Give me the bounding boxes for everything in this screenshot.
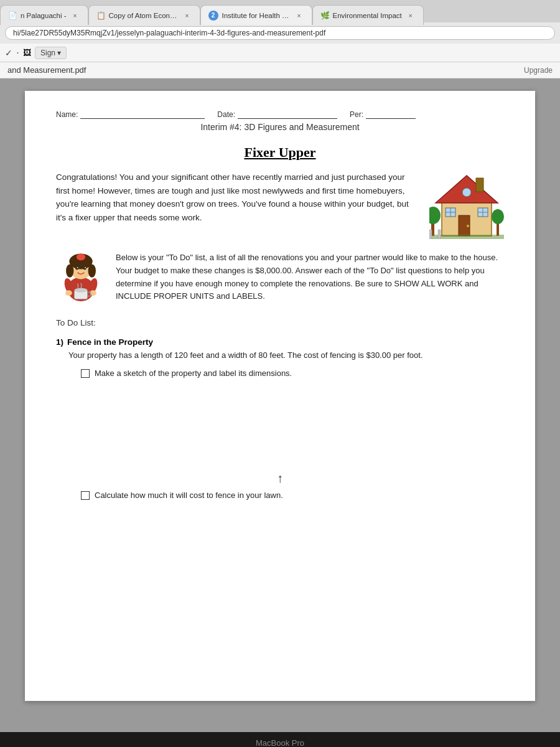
svg-point-27 bbox=[85, 267, 86, 268]
tab-institute-health[interactable]: 2 Institute for Health Pre × bbox=[200, 5, 312, 25]
per-underline bbox=[366, 110, 416, 119]
image-icon: 🖼 bbox=[23, 48, 31, 57]
svg-point-28 bbox=[77, 254, 85, 261]
instructions-text: Below is your "To Do" list, a list of al… bbox=[116, 251, 504, 303]
intro-text: Congratulations! You and your significan… bbox=[56, 171, 417, 224]
tab-palaguachi[interactable]: 📄 n Palaguachi - × bbox=[0, 5, 88, 25]
svg-point-25 bbox=[83, 266, 86, 270]
todo-item-1-title: 1) Fence in the Property bbox=[56, 337, 504, 347]
tab1-label: n Palaguachi - bbox=[21, 12, 67, 19]
tab2-icon: 📋 bbox=[96, 11, 105, 20]
todo-list-header: To Do List: bbox=[56, 318, 504, 327]
tab4-label: Environmental Impact bbox=[333, 12, 402, 19]
sign-label: Sign bbox=[40, 49, 55, 57]
sign-arrow: ▾ bbox=[57, 49, 61, 57]
svg-point-26 bbox=[77, 267, 78, 268]
name-label: Name: bbox=[56, 110, 78, 119]
section-title: Fixer Upper bbox=[56, 144, 504, 161]
date-field: Date: bbox=[217, 110, 337, 119]
tab-environmental-impact[interactable]: 🌿 Environmental Impact × bbox=[312, 5, 424, 25]
svg-point-31 bbox=[65, 290, 72, 296]
pdf-page: Name: Date: Per: Interim #4: 3D Figures … bbox=[25, 91, 535, 701]
header-title: Interim #4: 3D Figures and Measurement bbox=[56, 122, 504, 132]
house-illustration bbox=[429, 171, 504, 239]
sketch-area bbox=[81, 385, 504, 466]
todo-item-1-desc: Your property has a length of 120 feet a… bbox=[68, 349, 504, 362]
girl-avatar bbox=[56, 251, 106, 301]
per-label: Per: bbox=[350, 110, 363, 119]
tab-bar: 📄 n Palaguachi - × 📋 Copy of Atom Econom… bbox=[0, 0, 560, 22]
name-underline bbox=[80, 110, 205, 119]
svg-rect-18 bbox=[438, 230, 441, 239]
svg-rect-2 bbox=[476, 178, 483, 192]
svg-point-4 bbox=[467, 225, 469, 227]
date-label: Date: bbox=[217, 110, 235, 119]
task-1b: Calculate how much it will cost to fence… bbox=[81, 491, 504, 500]
tab3-close[interactable]: × bbox=[294, 11, 304, 21]
svg-rect-17 bbox=[429, 230, 432, 239]
svg-point-14 bbox=[492, 209, 504, 224]
pdf-header-fields: Name: Date: Per: bbox=[56, 110, 504, 119]
address-bar[interactable]: hi/5lae27DR55dyM35RmqjZv1/jesselyn-palag… bbox=[5, 26, 555, 40]
task-1b-label: Calculate how much it will cost to fence… bbox=[95, 491, 283, 500]
macbook-bar: MacBook Pro bbox=[0, 732, 560, 747]
todo-item-1-label: Fence in the Property bbox=[67, 337, 153, 347]
date-underline bbox=[238, 110, 337, 119]
upgrade-button[interactable]: Upgrade bbox=[524, 66, 553, 75]
todo-item-1: 1) Fence in the Property Your property h… bbox=[56, 337, 504, 500]
address-bar-row: hi/5lae27DR55dyM35RmqjZv1/jesselyn-palag… bbox=[0, 22, 560, 44]
tab3-label: Institute for Health Pre bbox=[222, 12, 291, 19]
task-1a-label: Make a sketch of the property and label … bbox=[95, 369, 292, 378]
cursor-indicator: ↑ bbox=[56, 471, 504, 486]
checkbox-1a[interactable] bbox=[81, 369, 90, 378]
file-name: and Measurement.pdf bbox=[7, 65, 86, 75]
svg-point-24 bbox=[75, 266, 78, 270]
macbook-label: MacBook Pro bbox=[256, 738, 304, 747]
sign-button[interactable]: Sign ▾ bbox=[35, 47, 67, 59]
svg-point-23 bbox=[88, 264, 96, 277]
tab3-badge: 2 bbox=[208, 11, 218, 21]
toolbar-row: ✓ · 🖼 Sign ▾ bbox=[0, 44, 560, 62]
intro-section: Congratulations! You and your significan… bbox=[56, 171, 504, 239]
instructions-section: Below is your "To Do" list, a list of al… bbox=[56, 251, 504, 303]
per-field: Per: bbox=[350, 110, 416, 119]
tab1-close[interactable]: × bbox=[70, 11, 80, 21]
check-icon: ✓ bbox=[5, 48, 12, 58]
pdf-content-area: Name: Date: Per: Interim #4: 3D Figures … bbox=[0, 78, 560, 732]
svg-point-16 bbox=[462, 188, 471, 197]
address-text: hi/5lae27DR55dyM35RmqjZv1/jesselyn-palag… bbox=[13, 29, 325, 37]
svg-point-34 bbox=[74, 288, 87, 293]
tab4-close[interactable]: × bbox=[406, 11, 416, 21]
dot-icon: · bbox=[16, 46, 19, 59]
svg-point-22 bbox=[66, 264, 73, 277]
name-field: Name: bbox=[56, 110, 205, 119]
tab1-icon: 📄 bbox=[8, 11, 17, 20]
browser-window: 📄 n Palaguachi - × 📋 Copy of Atom Econom… bbox=[0, 0, 560, 78]
svg-point-12 bbox=[429, 207, 441, 224]
tab2-close[interactable]: × bbox=[182, 11, 192, 21]
task-1a: Make a sketch of the property and label … bbox=[81, 369, 504, 378]
checkbox-1b[interactable] bbox=[81, 491, 90, 500]
todo-item-1-number: 1) bbox=[56, 337, 63, 347]
tab-atom-economy[interactable]: 📋 Copy of Atom Econom × bbox=[88, 5, 200, 25]
file-name-bar: and Measurement.pdf Upgrade bbox=[0, 62, 560, 78]
tab2-label: Copy of Atom Econom bbox=[109, 12, 179, 19]
tab4-icon: 🌿 bbox=[320, 11, 329, 20]
